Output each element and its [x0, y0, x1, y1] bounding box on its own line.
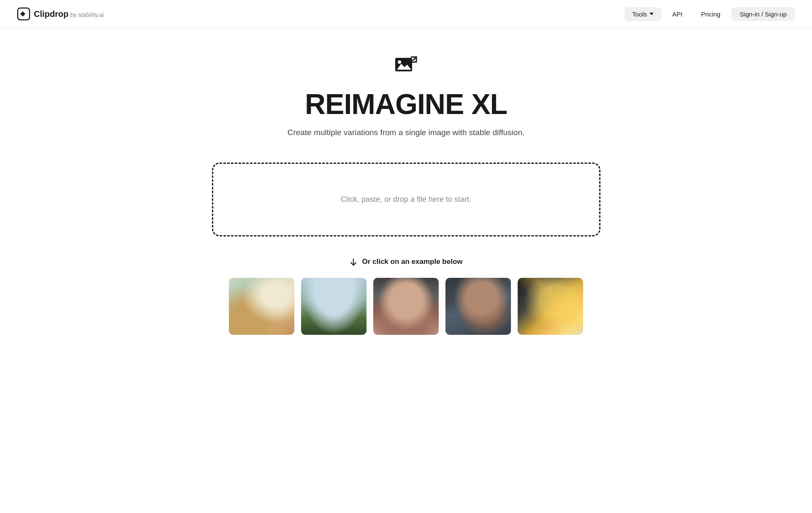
dropzone-placeholder-text: Click, paste, or drop a file here to sta… — [341, 195, 471, 204]
main-nav: Tools API Pricing Sign-in / Sign-up — [625, 7, 795, 21]
file-dropzone[interactable]: Click, paste, or drop a file here to sta… — [212, 163, 600, 236]
examples-label-row: Or click on an example below — [349, 258, 462, 266]
clipdrop-logo-icon — [17, 7, 30, 21]
page-subtitle: Create multiple variations from a single… — [288, 128, 524, 137]
logo-clipdrop-text: Clipdrop by stability.ai — [34, 9, 104, 19]
reimagine-xl-icon — [394, 54, 419, 79]
pricing-nav-link[interactable]: Pricing — [693, 7, 728, 21]
example-thumb-man-portrait[interactable] — [445, 278, 511, 335]
examples-label-text: Or click on an example below — [362, 258, 462, 266]
example-thumb-bedroom[interactable] — [229, 278, 294, 335]
example-thumb-abstract[interactable] — [518, 278, 583, 335]
arrow-down-icon — [349, 258, 358, 266]
api-nav-link[interactable]: API — [665, 7, 690, 21]
chevron-down-icon — [649, 13, 654, 15]
example-thumb-mountains[interactable] — [301, 278, 367, 335]
tools-label: Tools — [632, 11, 647, 18]
tools-menu-button[interactable]: Tools — [625, 7, 661, 21]
header: Clipdrop by stability.ai Tools API Prici… — [0, 0, 812, 28]
logo[interactable]: Clipdrop by stability.ai — [17, 7, 104, 21]
examples-grid — [229, 278, 583, 335]
main-content: REIMAGINE XL Create multiple variations … — [0, 28, 812, 335]
page-title: REIMAGINE XL — [305, 87, 507, 120]
svg-point-2 — [398, 60, 401, 64]
signin-signup-button[interactable]: Sign-in / Sign-up — [731, 7, 795, 21]
example-thumb-woman-portrait[interactable] — [373, 278, 439, 335]
